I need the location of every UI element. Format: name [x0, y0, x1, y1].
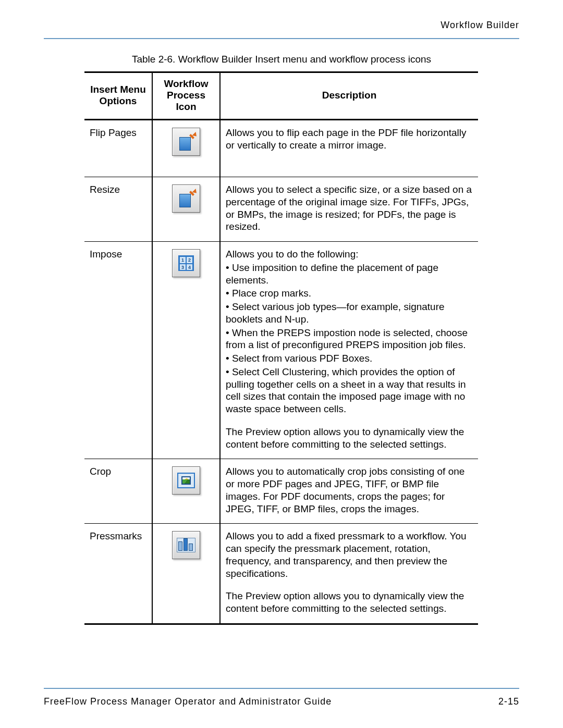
col-header-text: Options: [89, 95, 148, 107]
footer-rule: [44, 688, 519, 689]
footer-page-number: 2-15: [498, 696, 519, 707]
icon-cell: [152, 177, 220, 242]
description-text: The Preview option allows you to dynamic…: [226, 590, 475, 615]
footer-doc-title: FreeFlow Process Manager Operator and Ad…: [44, 696, 332, 707]
description-cell: Allows you to automatically crop jobs co…: [220, 459, 478, 524]
table-row: PressmarksAllows you to add a fixed pres…: [84, 524, 478, 624]
page-footer: FreeFlow Process Manager Operator and Ad…: [44, 688, 519, 707]
description-text: Allows you to do the following:: [226, 248, 475, 261]
table-header-row: Insert Menu Options Workflow Process Ico…: [84, 72, 478, 120]
option-cell: Pressmarks: [84, 524, 152, 624]
document-page: Workflow Builder Table 2-6. Workflow Bui…: [0, 0, 563, 625]
header-rule: [44, 38, 519, 39]
description-text: Allows you to select a specific size, or…: [226, 183, 475, 233]
col-header-text: Insert Menu: [89, 84, 148, 95]
description-text: • Select Cell Clustering, which provides…: [226, 366, 475, 415]
col-header-text: Workflow: [157, 78, 215, 90]
description-text: • When the PREPS impostion node is selec…: [226, 327, 475, 352]
table-body: Flip PagesAllows you to flip each page i…: [84, 120, 478, 624]
crop-icon: [172, 466, 200, 495]
option-cell: Flip Pages: [84, 120, 152, 177]
table-row: Impose1234Allows you to do the following…: [84, 242, 478, 459]
option-cell: Resize: [84, 177, 152, 242]
description-text: Allows you to add a fixed pressmark to a…: [226, 530, 475, 579]
description-text: Allows you to flip each page in the PDF …: [226, 127, 475, 152]
flip-pages-icon: [172, 128, 200, 156]
description-text: • Select from various PDF Boxes.: [226, 352, 475, 365]
running-header: Workflow Builder: [44, 20, 519, 38]
option-label: Impose: [90, 249, 122, 260]
resize-icon: [172, 184, 200, 213]
description-text: Allows you to automatically crop jobs co…: [226, 465, 475, 515]
pressmarks-icon: [172, 531, 200, 559]
col-header-text: Process Icon: [157, 90, 215, 113]
option-label: Pressmarks: [90, 530, 142, 541]
col-header-insert-menu: Insert Menu Options: [84, 72, 152, 120]
table-container: Insert Menu Options Workflow Process Ico…: [84, 71, 519, 625]
workflow-icons-table: Insert Menu Options Workflow Process Ico…: [84, 71, 478, 625]
table-row: ResizeAllows you to select a specific si…: [84, 177, 478, 242]
description-cell: Allows you to do the following:• Use imp…: [220, 242, 478, 459]
option-label: Crop: [90, 466, 111, 477]
table-row: Flip PagesAllows you to flip each page i…: [84, 120, 478, 177]
icon-cell: 1234: [152, 242, 220, 459]
option-cell: Crop: [84, 459, 152, 524]
icon-cell: [152, 120, 220, 177]
col-header-description: Description: [220, 72, 478, 120]
col-header-workflow-icon: Workflow Process Icon: [152, 72, 220, 120]
option-cell: Impose: [84, 242, 152, 459]
icon-cell: [152, 459, 220, 524]
description-text: • Place crop marks.: [226, 287, 475, 300]
table-caption: Table 2-6. Workflow Builder Insert menu …: [44, 54, 519, 65]
description-cell: Allows you to add a fixed pressmark to a…: [220, 524, 478, 624]
description-text: The Preview option allows you to dynamic…: [226, 426, 475, 451]
option-label: Flip Pages: [90, 127, 137, 138]
table-row: CropAllows you to automatically crop job…: [84, 459, 478, 524]
description-text: • Select various job types—for example, …: [226, 301, 475, 326]
option-label: Resize: [90, 184, 120, 195]
description-text: • Use imposition to define the placement…: [226, 262, 475, 287]
impose-icon: 1234: [172, 249, 200, 277]
description-cell: Allows you to flip each page in the PDF …: [220, 120, 478, 177]
description-cell: Allows you to select a specific size, or…: [220, 177, 478, 242]
icon-cell: [152, 524, 220, 624]
